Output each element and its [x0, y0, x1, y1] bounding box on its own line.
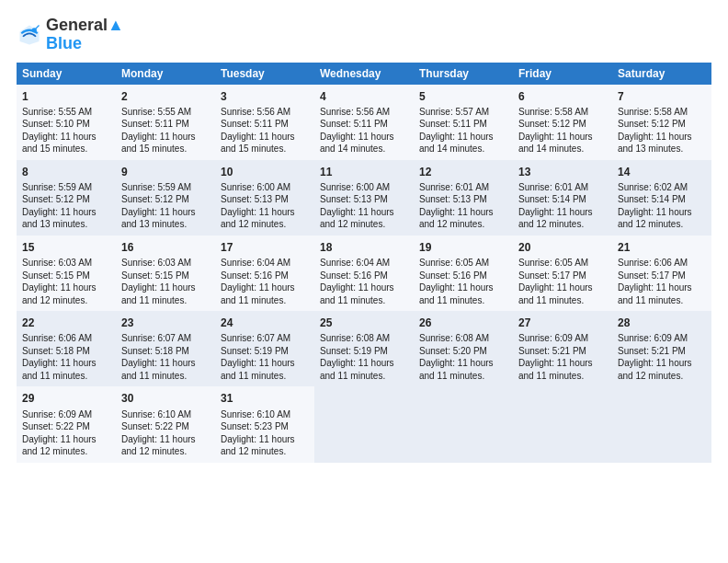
sunset: Sunset: 5:16 PM	[419, 270, 487, 281]
sunset: Sunset: 5:11 PM	[121, 119, 189, 129]
logo-text: General▲ Blue	[46, 17, 124, 53]
sunset: Sunset: 5:17 PM	[518, 270, 586, 281]
page: General▲ Blue SundayMondayTuesdayWednesd…	[0, 0, 728, 472]
sunrise: Sunrise: 5:56 AM	[320, 107, 390, 117]
sunrise: Sunrise: 6:07 AM	[121, 333, 191, 343]
sunrise: Sunrise: 6:10 AM	[221, 409, 290, 419]
daylight: Daylight: 11 hours and 12 minutes.	[320, 207, 394, 230]
day-number: 26	[419, 316, 507, 330]
col-header-thursday: Thursday	[414, 63, 513, 85]
sunset: Sunset: 5:19 PM	[320, 346, 388, 356]
calendar-cell: 30Sunrise: 6:10 AMSunset: 5:22 PMDayligh…	[116, 386, 215, 462]
daylight: Daylight: 11 hours and 14 minutes.	[518, 132, 593, 155]
daylight: Daylight: 11 hours and 12 minutes.	[518, 207, 593, 230]
sunset: Sunset: 5:21 PM	[518, 346, 586, 356]
calendar-cell: 14Sunrise: 6:02 AMSunset: 5:14 PMDayligh…	[612, 160, 711, 236]
sunrise: Sunrise: 5:58 AM	[518, 107, 588, 117]
day-number: 31	[221, 391, 309, 406]
calendar-cell	[414, 386, 513, 462]
calendar-cell: 31Sunrise: 6:10 AMSunset: 5:23 PMDayligh…	[215, 386, 314, 462]
calendar-cell: 12Sunrise: 6:01 AMSunset: 5:13 PMDayligh…	[414, 160, 513, 236]
sunrise: Sunrise: 5:55 AM	[121, 107, 191, 117]
daylight: Daylight: 11 hours and 11 minutes.	[221, 358, 295, 381]
header: General▲ Blue	[17, 17, 711, 53]
calendar-cell: 19Sunrise: 6:05 AMSunset: 5:16 PMDayligh…	[414, 236, 513, 311]
daylight: Daylight: 11 hours and 15 minutes.	[121, 132, 196, 155]
day-number: 9	[121, 165, 210, 179]
day-number: 1	[22, 89, 110, 104]
daylight: Daylight: 11 hours and 11 minutes.	[618, 282, 692, 305]
sunrise: Sunrise: 6:09 AM	[618, 333, 688, 343]
day-number: 28	[618, 316, 706, 330]
sunset: Sunset: 5:13 PM	[320, 194, 388, 204]
sunrise: Sunrise: 6:04 AM	[221, 258, 290, 268]
day-number: 2	[121, 89, 210, 104]
sunrise: Sunrise: 6:09 AM	[22, 409, 92, 419]
day-number: 16	[121, 240, 210, 255]
sunrise: Sunrise: 6:05 AM	[518, 258, 588, 268]
day-number: 10	[221, 165, 309, 179]
sunrise: Sunrise: 5:59 AM	[22, 182, 92, 192]
sunset: Sunset: 5:13 PM	[419, 194, 487, 204]
calendar-cell: 13Sunrise: 6:01 AMSunset: 5:14 PMDayligh…	[513, 160, 612, 236]
sunrise: Sunrise: 6:03 AM	[121, 258, 191, 268]
calendar-cell: 1Sunrise: 5:55 AMSunset: 5:10 PMDaylight…	[17, 85, 116, 160]
sunset: Sunset: 5:10 PM	[22, 119, 90, 129]
sunrise: Sunrise: 6:03 AM	[22, 258, 92, 268]
sunset: Sunset: 5:21 PM	[618, 346, 686, 356]
calendar-cell: 28Sunrise: 6:09 AMSunset: 5:21 PMDayligh…	[612, 311, 711, 386]
daylight: Daylight: 11 hours and 11 minutes.	[320, 282, 394, 305]
sunrise: Sunrise: 6:07 AM	[221, 333, 290, 343]
sunset: Sunset: 5:18 PM	[22, 346, 90, 356]
sunrise: Sunrise: 5:56 AM	[221, 107, 290, 117]
calendar-cell: 5Sunrise: 5:57 AMSunset: 5:11 PMDaylight…	[414, 85, 513, 160]
calendar-cell: 3Sunrise: 5:56 AMSunset: 5:11 PMDaylight…	[215, 85, 314, 160]
calendar-cell: 10Sunrise: 6:00 AMSunset: 5:13 PMDayligh…	[215, 160, 314, 236]
daylight: Daylight: 11 hours and 11 minutes.	[221, 282, 295, 305]
daylight: Daylight: 11 hours and 11 minutes.	[419, 282, 494, 305]
calendar-cell: 11Sunrise: 6:00 AMSunset: 5:13 PMDayligh…	[314, 160, 414, 236]
day-number: 6	[518, 89, 607, 104]
col-header-wednesday: Wednesday	[314, 63, 414, 85]
sunrise: Sunrise: 6:09 AM	[518, 333, 588, 343]
day-number: 23	[121, 316, 210, 330]
daylight: Daylight: 11 hours and 12 minutes.	[221, 207, 295, 230]
day-number: 27	[518, 316, 607, 330]
sunset: Sunset: 5:15 PM	[121, 270, 189, 281]
sunrise: Sunrise: 6:08 AM	[419, 333, 489, 343]
daylight: Daylight: 11 hours and 15 minutes.	[22, 132, 97, 155]
day-number: 3	[221, 89, 309, 104]
col-header-friday: Friday	[513, 63, 612, 85]
sunset: Sunset: 5:15 PM	[22, 270, 90, 281]
day-number: 8	[22, 165, 110, 179]
calendar-cell: 15Sunrise: 6:03 AMSunset: 5:15 PMDayligh…	[17, 236, 116, 311]
day-number: 4	[320, 89, 408, 104]
daylight: Daylight: 11 hours and 11 minutes.	[518, 282, 593, 305]
daylight: Daylight: 11 hours and 11 minutes.	[419, 358, 494, 381]
day-number: 18	[320, 240, 408, 255]
daylight: Daylight: 11 hours and 11 minutes.	[518, 358, 593, 381]
sunset: Sunset: 5:12 PM	[618, 119, 686, 129]
daylight: Daylight: 11 hours and 12 minutes.	[618, 358, 692, 381]
sunset: Sunset: 5:23 PM	[221, 421, 289, 431]
calendar-cell: 25Sunrise: 6:08 AMSunset: 5:19 PMDayligh…	[314, 311, 414, 386]
daylight: Daylight: 11 hours and 12 minutes.	[22, 282, 97, 305]
sunrise: Sunrise: 6:08 AM	[320, 333, 390, 343]
sunrise: Sunrise: 6:00 AM	[221, 182, 290, 192]
sunrise: Sunrise: 6:02 AM	[618, 182, 688, 192]
day-number: 19	[419, 240, 507, 255]
day-number: 11	[320, 165, 408, 179]
day-number: 14	[618, 165, 706, 179]
daylight: Daylight: 11 hours and 14 minutes.	[320, 132, 394, 155]
sunrise: Sunrise: 5:59 AM	[121, 182, 191, 192]
sunset: Sunset: 5:16 PM	[221, 270, 289, 281]
sunset: Sunset: 5:11 PM	[419, 119, 487, 129]
col-header-sunday: Sunday	[17, 63, 116, 85]
sunset: Sunset: 5:12 PM	[121, 194, 189, 204]
sunset: Sunset: 5:14 PM	[518, 194, 586, 204]
day-number: 21	[618, 240, 706, 255]
day-number: 13	[518, 165, 607, 179]
sunrise: Sunrise: 5:57 AM	[419, 107, 489, 117]
sunset: Sunset: 5:20 PM	[419, 346, 487, 356]
daylight: Daylight: 11 hours and 15 minutes.	[221, 132, 295, 155]
